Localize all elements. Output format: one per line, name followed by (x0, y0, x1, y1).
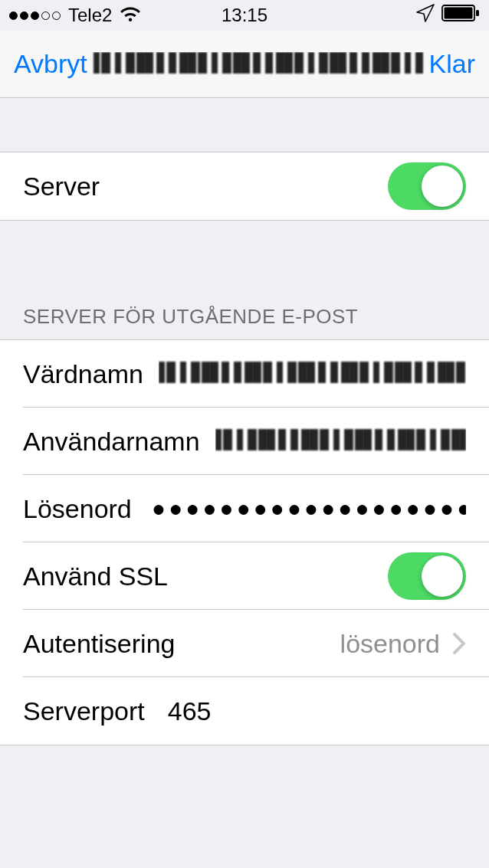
carrier-label: Tele2 (68, 5, 112, 26)
authentication-label: Autentisering (23, 629, 175, 659)
username-row[interactable]: Användarnamn (0, 408, 489, 475)
password-value: ●●●●●●●●●●●●●●●●●●●●... (152, 496, 466, 522)
done-button[interactable]: Klar (429, 49, 475, 79)
use-ssl-label: Använd SSL (23, 562, 168, 591)
authentication-row[interactable]: Autentisering lösenord (0, 610, 489, 677)
hostname-label: Värdnamn (23, 359, 143, 389)
use-ssl-row: Använd SSL (0, 542, 489, 610)
password-row[interactable]: Lösenord ●●●●●●●●●●●●●●●●●●●●... (0, 475, 489, 542)
server-toggle[interactable] (388, 162, 466, 210)
username-label: Användarnamn (23, 427, 200, 457)
battery-icon (441, 5, 480, 26)
wifi-icon (120, 5, 141, 26)
outgoing-group: Värdnamn Användarnamn Lösenord ●●●●●●●●●… (0, 339, 489, 745)
serverport-label: Serverport (23, 696, 145, 726)
hostname-value (159, 359, 466, 389)
signal-strength-icon (9, 11, 61, 20)
server-label: Server (23, 172, 100, 201)
chevron-right-icon (452, 632, 466, 655)
serverport-row[interactable]: Serverport 465 (0, 677, 489, 745)
password-label: Lösenord (23, 494, 132, 524)
nav-title (87, 52, 429, 77)
status-bar: Tele2 13:15 (0, 0, 489, 31)
censored-username (215, 429, 466, 450)
hostname-row[interactable]: Värdnamn (0, 340, 489, 408)
censored-title (94, 52, 423, 74)
location-icon (415, 3, 435, 28)
serverport-value: 465 (168, 696, 212, 726)
nav-bar: Avbryt Klar (0, 31, 489, 98)
server-row: Server (0, 152, 489, 220)
outgoing-header: SERVER FÖR UTGÅENDE E-POST (0, 305, 489, 339)
username-value (215, 427, 466, 457)
authentication-value: lösenord (340, 629, 446, 659)
use-ssl-toggle[interactable] (388, 552, 466, 600)
status-right (415, 3, 480, 28)
censored-hostname (159, 362, 466, 383)
server-toggle-group: Server (0, 152, 489, 221)
cancel-button[interactable]: Avbryt (14, 49, 87, 79)
status-left: Tele2 (9, 5, 141, 26)
svg-rect-2 (476, 10, 479, 16)
svg-rect-1 (445, 8, 473, 19)
clock: 13:15 (222, 5, 267, 26)
